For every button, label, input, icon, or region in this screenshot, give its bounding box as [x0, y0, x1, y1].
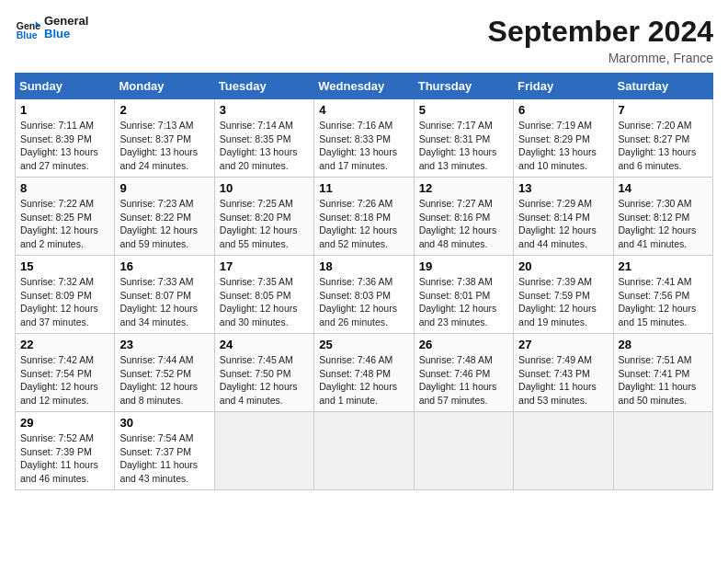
- calendar-cell-day-21: 21 Sunrise: 7:41 AMSunset: 7:56 PMDaylig…: [613, 256, 712, 334]
- calendar-cell-day-23: 23 Sunrise: 7:44 AMSunset: 7:52 PMDaylig…: [115, 334, 214, 412]
- cell-info: Sunrise: 7:16 AMSunset: 8:33 PMDaylight:…: [319, 120, 397, 171]
- calendar-cell-day-18: 18 Sunrise: 7:36 AMSunset: 8:03 PMDaylig…: [314, 256, 414, 334]
- cell-info: Sunrise: 7:52 AMSunset: 7:39 PMDaylight:…: [20, 432, 98, 484]
- cell-info: Sunrise: 7:38 AMSunset: 8:01 PMDaylight:…: [419, 276, 497, 327]
- day-number: 22: [20, 338, 109, 351]
- day-number: 16: [119, 259, 209, 273]
- day-number: 11: [319, 181, 408, 195]
- cell-info: Sunrise: 7:13 AMSunset: 8:37 PMDaylight:…: [119, 120, 198, 171]
- day-number: 27: [518, 338, 608, 351]
- day-number: 4: [319, 103, 408, 117]
- col-header-saturday: Saturday: [613, 74, 712, 99]
- calendar-cell-day-5: 5 Sunrise: 7:17 AMSunset: 8:31 PMDayligh…: [414, 99, 513, 178]
- day-number: 3: [220, 103, 309, 117]
- day-number: 1: [20, 103, 109, 117]
- calendar-cell-day-7: 7 Sunrise: 7:20 AMSunset: 8:27 PMDayligh…: [613, 99, 712, 178]
- calendar-row: 1 Sunrise: 7:11 AMSunset: 8:39 PMDayligh…: [16, 99, 713, 178]
- svg-text:Blue: Blue: [17, 30, 38, 41]
- logo-icon: General Blue: [15, 15, 40, 40]
- day-number: 26: [419, 338, 508, 351]
- day-number: 28: [619, 338, 708, 351]
- cell-info: Sunrise: 7:11 AMSunset: 8:39 PMDaylight:…: [20, 120, 98, 171]
- day-number: 6: [518, 103, 608, 117]
- calendar-cell-day-16: 16 Sunrise: 7:33 AMSunset: 8:07 PMDaylig…: [115, 256, 214, 334]
- col-header-thursday: Thursday: [414, 74, 513, 99]
- cell-info: Sunrise: 7:44 AMSunset: 7:52 PMDaylight:…: [119, 354, 198, 406]
- calendar-row: 15 Sunrise: 7:32 AMSunset: 8:09 PMDaylig…: [16, 256, 713, 334]
- calendar-cell-day-22: 22 Sunrise: 7:42 AMSunset: 7:54 PMDaylig…: [16, 334, 115, 412]
- cell-info: Sunrise: 7:48 AMSunset: 7:46 PMDaylight:…: [419, 354, 497, 406]
- cell-info: Sunrise: 7:29 AMSunset: 8:14 PMDaylight:…: [518, 198, 597, 249]
- calendar-cell-day-29: 29 Sunrise: 7:52 AMSunset: 7:39 PMDaylig…: [16, 412, 115, 490]
- day-number: 23: [119, 338, 209, 351]
- calendar-cell-day-4: 4 Sunrise: 7:16 AMSunset: 8:33 PMDayligh…: [314, 99, 414, 178]
- calendar-cell-day-3: 3 Sunrise: 7:14 AMSunset: 8:35 PMDayligh…: [214, 99, 313, 178]
- cell-info: Sunrise: 7:41 AMSunset: 7:56 PMDaylight:…: [619, 276, 697, 327]
- day-number: 5: [419, 103, 508, 117]
- day-number: 18: [319, 259, 408, 273]
- day-number: 20: [518, 259, 608, 273]
- calendar-cell-day-15: 15 Sunrise: 7:32 AMSunset: 8:09 PMDaylig…: [16, 256, 115, 334]
- calendar-cell-day-11: 11 Sunrise: 7:26 AMSunset: 8:18 PMDaylig…: [314, 178, 414, 256]
- calendar-cell-day-27: 27 Sunrise: 7:49 AMSunset: 7:43 PMDaylig…: [514, 334, 613, 412]
- calendar-cell-day-13: 13 Sunrise: 7:29 AMSunset: 8:14 PMDaylig…: [514, 178, 613, 256]
- calendar-cell-day-17: 17 Sunrise: 7:35 AMSunset: 8:05 PMDaylig…: [214, 256, 313, 334]
- empty-cell: [613, 412, 712, 490]
- col-header-monday: Monday: [115, 74, 214, 99]
- logo-blue: Blue: [44, 28, 88, 40]
- calendar-cell-day-25: 25 Sunrise: 7:46 AMSunset: 7:48 PMDaylig…: [314, 334, 414, 412]
- day-number: 8: [20, 181, 109, 195]
- cell-info: Sunrise: 7:26 AMSunset: 8:18 PMDaylight:…: [319, 198, 397, 249]
- cell-info: Sunrise: 7:23 AMSunset: 8:22 PMDaylight:…: [119, 198, 198, 249]
- col-header-wednesday: Wednesday: [314, 74, 414, 99]
- day-number: 10: [220, 181, 309, 195]
- calendar-row: 29 Sunrise: 7:52 AMSunset: 7:39 PMDaylig…: [16, 412, 713, 490]
- cell-info: Sunrise: 7:19 AMSunset: 8:29 PMDaylight:…: [518, 120, 597, 171]
- day-number: 17: [220, 259, 309, 273]
- calendar-cell-day-10: 10 Sunrise: 7:25 AMSunset: 8:20 PMDaylig…: [214, 178, 313, 256]
- empty-cell: [514, 412, 613, 490]
- day-number: 9: [119, 181, 209, 195]
- calendar-cell-day-19: 19 Sunrise: 7:38 AMSunset: 8:01 PMDaylig…: [414, 256, 513, 334]
- calendar-row: 22 Sunrise: 7:42 AMSunset: 7:54 PMDaylig…: [16, 334, 713, 412]
- cell-info: Sunrise: 7:27 AMSunset: 8:16 PMDaylight:…: [419, 198, 497, 249]
- calendar-cell-day-12: 12 Sunrise: 7:27 AMSunset: 8:16 PMDaylig…: [414, 178, 513, 256]
- cell-info: Sunrise: 7:45 AMSunset: 7:50 PMDaylight:…: [220, 354, 298, 406]
- title-block: September 2024 Maromme, France: [488, 15, 713, 65]
- day-number: 30: [119, 416, 209, 430]
- day-number: 13: [518, 181, 608, 195]
- cell-info: Sunrise: 7:20 AMSunset: 8:27 PMDaylight:…: [619, 120, 697, 171]
- cell-info: Sunrise: 7:17 AMSunset: 8:31 PMDaylight:…: [419, 120, 497, 171]
- day-number: 24: [220, 338, 309, 351]
- cell-info: Sunrise: 7:49 AMSunset: 7:43 PMDaylight:…: [518, 354, 597, 406]
- col-header-tuesday: Tuesday: [214, 74, 313, 99]
- day-number: 2: [119, 103, 209, 117]
- calendar-cell-day-2: 2 Sunrise: 7:13 AMSunset: 8:37 PMDayligh…: [115, 99, 214, 178]
- cell-info: Sunrise: 7:42 AMSunset: 7:54 PMDaylight:…: [20, 354, 98, 406]
- calendar-row: 8 Sunrise: 7:22 AMSunset: 8:25 PMDayligh…: [16, 178, 713, 256]
- cell-info: Sunrise: 7:51 AMSunset: 7:41 PMDaylight:…: [619, 354, 697, 406]
- cell-info: Sunrise: 7:46 AMSunset: 7:48 PMDaylight:…: [319, 354, 397, 406]
- cell-info: Sunrise: 7:33 AMSunset: 8:07 PMDaylight:…: [119, 276, 198, 327]
- cell-info: Sunrise: 7:25 AMSunset: 8:20 PMDaylight:…: [220, 198, 298, 249]
- day-number: 21: [619, 259, 708, 273]
- calendar-cell-day-28: 28 Sunrise: 7:51 AMSunset: 7:41 PMDaylig…: [613, 334, 712, 412]
- cell-info: Sunrise: 7:22 AMSunset: 8:25 PMDaylight:…: [20, 198, 98, 249]
- empty-cell: [314, 412, 414, 490]
- col-header-friday: Friday: [514, 74, 613, 99]
- cell-info: Sunrise: 7:35 AMSunset: 8:05 PMDaylight:…: [220, 276, 298, 327]
- cell-info: Sunrise: 7:36 AMSunset: 8:03 PMDaylight:…: [319, 276, 397, 327]
- cell-info: Sunrise: 7:14 AMSunset: 8:35 PMDaylight:…: [220, 120, 298, 171]
- day-number: 14: [619, 181, 708, 195]
- logo: General Blue General Blue: [15, 15, 88, 41]
- day-number: 7: [619, 103, 708, 117]
- empty-cell: [414, 412, 513, 490]
- calendar-cell-day-26: 26 Sunrise: 7:48 AMSunset: 7:46 PMDaylig…: [414, 334, 513, 412]
- day-number: 19: [419, 259, 508, 273]
- month-title: September 2024: [488, 15, 713, 49]
- cell-info: Sunrise: 7:32 AMSunset: 8:09 PMDaylight:…: [20, 276, 98, 327]
- day-number: 25: [319, 338, 408, 351]
- day-number: 15: [20, 259, 109, 273]
- calendar-cell-day-24: 24 Sunrise: 7:45 AMSunset: 7:50 PMDaylig…: [214, 334, 313, 412]
- page-header: General Blue General Blue September 2024…: [15, 15, 713, 65]
